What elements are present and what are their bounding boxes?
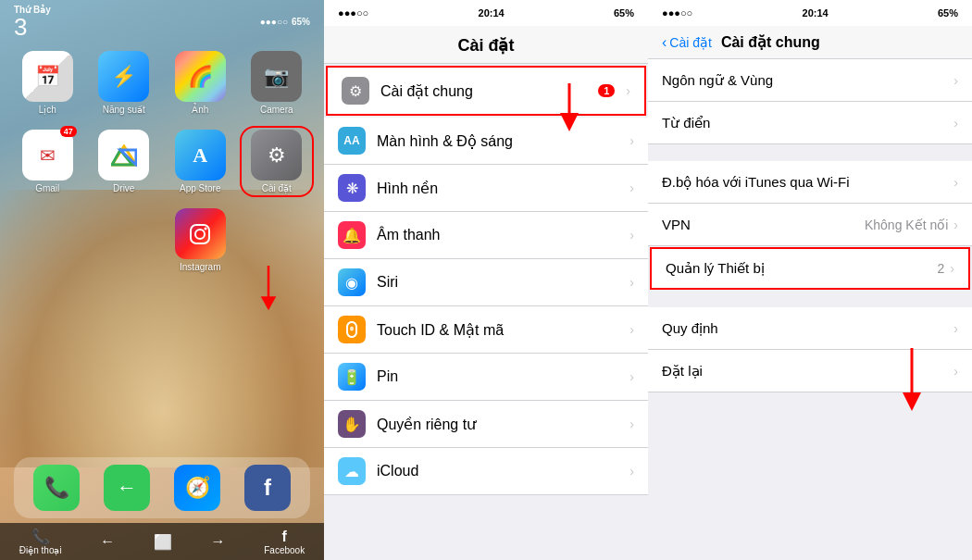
app-dock: 📞 ← 🧭 f — [14, 457, 310, 518]
settings-row-wallpaper[interactable]: ❋ Hình nền › — [324, 165, 648, 212]
settings-chevron-sound: › — [629, 228, 634, 243]
settings-row-privacy[interactable]: ✋ Quyền riêng tư › — [324, 401, 648, 448]
settings-list: ⚙ Cài đặt chung 1 › AA Màn hình & Độ sán… — [324, 64, 648, 560]
settings-row-display[interactable]: AA Màn hình & Độ sáng › — [324, 118, 648, 165]
app-label-anh: Ảnh — [192, 105, 208, 115]
settings-badge-general: 1 — [598, 84, 615, 97]
general-time: 20:14 — [803, 7, 829, 19]
dock-icon-back: ← — [104, 465, 150, 511]
back-button[interactable]: ‹ Cài đặt — [662, 34, 712, 51]
svg-point-4 — [195, 230, 205, 239]
home-signal: ●●●○○ — [260, 17, 288, 27]
mid-app-row: ✉ 47 Gmail Drive A App Store ⚙ Cài đặt — [0, 122, 324, 201]
app-icon-appstore: A — [175, 130, 226, 180]
settings-icon-touchid — [338, 316, 366, 343]
settings-row-icloud[interactable]: ☁ iCloud › — [324, 448, 648, 495]
dock-phone[interactable]: 📞 — [33, 465, 80, 511]
app-label-gmail: Gmail — [35, 183, 59, 193]
general-label-datlai: Đặt lại — [662, 363, 953, 380]
app-anh[interactable]: 🌈 Ảnh — [167, 51, 234, 115]
app-lich[interactable]: 📅 Lịch — [14, 51, 81, 115]
general-value-vpn: Không Kết nối — [865, 218, 948, 232]
svg-marker-7 — [261, 296, 277, 310]
general-list: Ngôn ngữ & Vùng › Từ điển › Đ.bộ hóa với… — [648, 59, 972, 560]
dock-back[interactable]: ← — [104, 465, 150, 511]
app-label-appstore: App Store — [180, 183, 220, 193]
settings-nav-header: Cài đặt — [324, 26, 648, 64]
settings-highlight-border — [240, 126, 315, 197]
settings-label-sound: Âm thanh — [377, 227, 618, 243]
dock-icon-phone: 📞 — [33, 465, 80, 511]
general-label-ngonngu: Ngôn ngữ & Vùng — [662, 72, 953, 89]
settings-row-pin[interactable]: 🔋 Pin › — [324, 354, 648, 401]
general-title: Cài đặt chung — [721, 33, 958, 51]
settings-row-sound[interactable]: 🔔 Âm thanh › — [324, 212, 648, 259]
general-value-quanly: 2 — [938, 261, 945, 276]
settings-row-touchid[interactable]: Touch ID & Mật mã › — [324, 306, 648, 354]
down-arrow-svg — [250, 266, 287, 312]
settings-label-general: Cài đặt chung — [380, 82, 587, 100]
app-label-camera: Camera — [260, 105, 293, 115]
general-label-vpn: VPN — [662, 217, 865, 232]
settings-row-siri[interactable]: ◉ Siri › — [324, 259, 648, 306]
settings-label-display: Màn hình & Độ sáng — [377, 132, 618, 150]
general-row-dbohoa[interactable]: Đ.bộ hóa với iTunes qua Wi-Fi › — [648, 161, 972, 204]
app-drive[interactable]: Drive — [91, 130, 158, 193]
general-row-quanly[interactable]: Quản lý Thiết bị 2 › — [650, 247, 970, 290]
general-label-tudien: Từ điển — [662, 115, 953, 131]
home-arrow — [0, 261, 324, 317]
app-icon-drive — [98, 130, 149, 180]
bottom-nav-forward: → — [211, 533, 226, 550]
app-appstore[interactable]: A App Store — [167, 130, 234, 193]
settings-icon-general: ⚙ — [342, 77, 369, 105]
general-chevron-datlai: › — [953, 364, 958, 379]
dock-safari[interactable]: 🧭 — [174, 465, 220, 511]
section-gap-1 — [648, 144, 972, 161]
home-bottom-bar: 📞 Điện thoại ← ⬜ → f Facebook — [0, 523, 324, 560]
gmail-badge: 47 — [60, 126, 77, 137]
dock-icon-facebook: f — [244, 465, 291, 511]
home-battery: 65% — [292, 17, 310, 27]
home-status-bar: Thứ Bảy 3 ●●●○○ 65% — [0, 0, 324, 44]
bottom-nav-phone: 📞 Điện thoại — [19, 528, 62, 555]
general-label-quydinh: Quy định — [662, 320, 953, 337]
bottom-nav-square: ⬜ — [154, 533, 172, 551]
settings-signal: ●●●○○ — [338, 7, 368, 19]
settings-label-wallpaper: Hình nền — [377, 180, 618, 197]
dock-facebook[interactable]: f — [244, 465, 291, 511]
app-label-lich: Lịch — [39, 105, 56, 115]
general-row-vpn[interactable]: VPN Không Kết nối › — [648, 204, 972, 246]
general-panel: ●●●○○ 20:14 65% ‹ Cài đặt Cài đặt chung … — [648, 0, 972, 560]
general-row-ngonngu[interactable]: Ngôn ngữ & Vùng › — [648, 59, 972, 102]
settings-chevron-display: › — [629, 133, 634, 148]
settings-icon-siri: ◉ — [338, 268, 366, 296]
app-gmail[interactable]: ✉ 47 Gmail — [14, 130, 81, 193]
settings-chevron-wallpaper: › — [629, 180, 634, 195]
settings-label-siri: Siri — [377, 274, 618, 291]
general-signal: ●●●○○ — [662, 7, 692, 19]
settings-chevron-general: › — [626, 83, 630, 98]
general-row-quydinh[interactable]: Quy định › — [648, 307, 972, 350]
svg-point-5 — [205, 227, 207, 230]
app-camera[interactable]: 📷 Camera — [243, 51, 311, 115]
app-caidat[interactable]: ⚙ Cài đặt — [243, 130, 311, 193]
app-nangxuat[interactable]: ⚡ Năng suất — [91, 51, 158, 115]
general-label-quanly: Quản lý Thiết bị — [666, 260, 938, 277]
general-chevron-dbohoa: › — [953, 175, 958, 190]
settings-icon-pin: 🔋 — [338, 363, 366, 391]
app-icon-anh: 🌈 — [175, 51, 226, 102]
settings-label-icloud: iCloud — [377, 463, 618, 479]
back-chevron-icon: ‹ — [662, 34, 667, 51]
back-label: Cài đặt — [669, 35, 712, 50]
settings-row-general[interactable]: ⚙ Cài đặt chung 1 › — [326, 66, 646, 116]
app-label-nangxuat: Năng suất — [103, 105, 145, 115]
general-chevron-quanly: › — [950, 261, 954, 276]
dock-icon-safari: 🧭 — [174, 465, 220, 511]
general-nav-header: ‹ Cài đặt Cài đặt chung — [648, 26, 972, 59]
settings-chevron-siri: › — [629, 275, 634, 290]
general-chevron-quydinh: › — [953, 321, 958, 336]
general-row-tudien[interactable]: Từ điển › — [648, 102, 972, 144]
app-icon-nangxuat: ⚡ — [98, 51, 149, 102]
general-row-datlai[interactable]: Đặt lại › — [648, 350, 972, 392]
svg-point-10 — [350, 327, 354, 331]
